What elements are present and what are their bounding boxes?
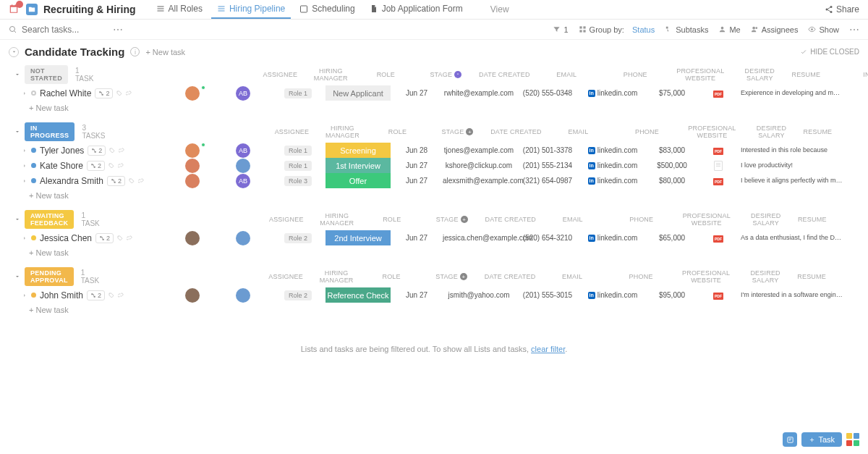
clear-filter-link[interactable]: clear filter [531,345,565,353]
col-header[interactable]: INTEREST [832,216,868,223]
col-header[interactable]: ROLE [370,128,425,135]
col-header[interactable]: HIRING MANAGER [309,269,364,284]
col-header[interactable]: ROLE [358,71,413,78]
col-header[interactable]: ASSIGNEE [257,71,303,78]
status-pill[interactable]: NOT STARTED [25,65,68,84]
col-header[interactable]: EMAIL [530,71,603,78]
link-icon[interactable] [119,148,124,154]
subtask-badge[interactable]: 2 [88,146,106,156]
col-stage[interactable]: STAGE + [420,216,485,223]
task-name[interactable]: Alexandra Smith [40,176,103,186]
col-header[interactable]: ASSIGNEE [268,128,315,135]
assignee-avatar[interactable] [169,86,216,101]
col-header[interactable]: INTEREST [831,273,868,280]
hide-closed-button[interactable]: HIDE CLOSED [800,48,859,56]
col-header[interactable]: PROFESIONAL WEBSITE [679,125,744,139]
new-task-inline[interactable]: + New task [0,303,868,317]
col-header[interactable]: PROFESIONAL WEBSITE [674,212,739,227]
group-collapse-button[interactable] [14,272,20,281]
tag-icon[interactable] [117,235,123,241]
pdf-icon[interactable]: PDF [713,293,723,300]
tag-icon[interactable] [129,178,135,184]
status-dot[interactable] [31,293,36,298]
tab-scheduling[interactable]: Scheduling [294,0,360,19]
manager-avatar[interactable]: AB [216,86,271,101]
col-header[interactable]: ASSIGNEE [263,273,309,280]
new-task-inline[interactable]: + New task [0,188,868,203]
col-header[interactable]: HIRING MANAGER [310,212,365,227]
col-header[interactable]: RESUME [786,71,825,78]
group-collapse-button[interactable] [14,127,20,136]
stage-cell[interactable]: 1st Interview [326,158,391,173]
website-cell[interactable]: inlinkedin.com [580,234,645,242]
email-cell[interactable]: kshore@clickup.com [443,161,515,169]
col-header[interactable]: DESIRED SALARY [744,125,798,139]
stage-cell[interactable]: New Applicant [326,85,391,101]
col-header[interactable]: EMAIL [537,216,609,223]
subtask-badge[interactable]: 2 [107,176,125,186]
col-header[interactable]: DATE CREATED [478,71,530,78]
role-cell[interactable]: Role 2 [271,233,326,243]
website-cell[interactable]: inlinkedin.com [580,291,645,299]
view-button[interactable]: View [475,1,515,17]
col-header[interactable]: DESIRED SALARY [739,212,793,227]
status-pill[interactable]: PENDING APPROVAL [25,267,74,286]
email-cell[interactable]: rwhite@example.com [443,89,515,97]
manager-avatar[interactable] [216,159,271,173]
subtasks-button[interactable]: Subtasks [665,25,708,34]
filter-button[interactable]: 1 [553,25,568,34]
info-icon[interactable]: i [130,47,140,56]
task-name[interactable]: Rachel White [40,88,91,98]
subtask-badge[interactable]: 2 [95,88,113,98]
email-cell[interactable]: alexsmith@example.com [443,177,515,185]
search-more-icon[interactable]: ⋯ [113,24,123,35]
task-name[interactable]: John Smith [40,290,83,300]
website-cell[interactable]: inlinkedin.com [580,89,645,97]
task-row[interactable]: Jessica Chen 2 Role 2 2nd Interview Jun … [0,230,868,245]
tab-all-roles[interactable]: All Roles [150,0,208,19]
subtask-badge[interactable]: 2 [87,161,105,171]
col-header[interactable]: HIRING MANAGER [315,125,370,139]
pdf-icon[interactable]: PDF [713,148,723,155]
interest-cell[interactable]: Interested in this role because [738,146,846,154]
tag-icon[interactable] [109,148,115,154]
interest-cell[interactable]: I'm interested in a software engineering… [738,291,846,299]
col-header[interactable]: PHONE [609,216,674,223]
col-header[interactable]: INTEREST [837,128,868,135]
task-row[interactable]: John Smith 2 Role 2 Reference Check Jun … [0,287,868,303]
status-dot[interactable] [31,148,36,153]
col-header[interactable]: ROLE [364,273,419,280]
doc-icon[interactable] [714,161,723,171]
col-header[interactable]: PROFESIONAL WEBSITE [673,269,739,284]
section-collapse-button[interactable] [9,47,19,57]
website-cell[interactable]: inlinkedin.com [580,146,645,154]
share-button[interactable]: Share [825,4,859,14]
col-stage[interactable]: STAGE + [425,128,490,135]
group-by-button[interactable]: Group by: Status [579,25,655,34]
role-cell[interactable]: Role 3 [271,176,326,186]
link-icon[interactable] [118,293,124,298]
subtask-badge[interactable]: 2 [95,233,114,243]
stage-cell[interactable]: Offer [326,173,391,188]
col-header[interactable]: PHONE [608,273,673,280]
tag-icon[interactable] [109,293,114,298]
email-cell[interactable]: jsmith@yahoo.com [443,291,515,299]
link-icon[interactable] [127,235,132,241]
link-icon[interactable] [126,91,132,96]
email-cell[interactable]: jessica.chen@example.com [443,234,515,242]
interest-cell[interactable]: I believe it aligns perfectly with my sk… [738,177,846,185]
col-header[interactable]: EMAIL [542,128,614,135]
section-new-task[interactable]: + New task [145,48,185,56]
task-row[interactable]: Kate Shore 2 Role 1 1st Interview Jun 27… [0,158,868,173]
col-header[interactable]: INTEREST [825,71,868,78]
fab-task-button[interactable]: Task [801,432,842,447]
manager-avatar[interactable]: AB [216,174,271,188]
status-dot[interactable] [31,178,36,183]
col-header[interactable]: ROLE [365,216,420,223]
status-pill[interactable]: AWAITING FEEDBACK [25,210,74,229]
website-cell[interactable]: inlinkedin.com [580,177,645,185]
col-header[interactable]: PHONE [603,71,668,78]
col-header[interactable]: DESIRED SALARY [739,269,792,284]
col-header[interactable]: DATE CREATED [485,216,537,223]
fab-note-button[interactable] [783,432,797,447]
